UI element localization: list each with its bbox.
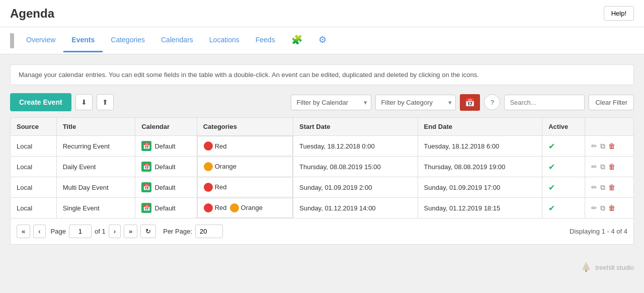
category-badge: Red [204,141,227,151]
create-event-button[interactable]: Create Event [10,93,71,111]
cell-calendar: 📅Default [135,136,197,157]
tab-settings[interactable]: ⚙ [310,27,335,54]
per-page-label: Per Page: [163,228,192,235]
upload-button[interactable]: ⬆ [97,94,114,110]
refresh-button[interactable]: ↻ [140,225,156,238]
clear-filter-button[interactable]: Clear Filter [589,95,634,110]
cell-title: Multi Day Event [56,177,135,198]
col-source: Source [11,118,57,136]
cell-categories: Orange [197,157,293,177]
footer-brand-text: treehill studio [595,264,634,271]
tab-categories[interactable]: Categories [103,29,153,52]
active-checkmark: ✔ [548,183,555,192]
first-page-button[interactable]: « [17,225,30,238]
filter-category-wrap: Filter by Category [375,95,456,110]
footer-brand [580,261,592,274]
cell-actions: ✏ ⧉ 🗑 [585,157,634,177]
edit-icon[interactable]: ✏ [591,183,597,191]
cell-categories: Red [197,136,293,156]
per-page-input[interactable] [195,225,223,238]
svg-rect-1 [585,270,587,272]
duplicate-icon[interactable]: ⧉ [600,204,605,212]
category-color-dot [230,203,239,212]
cell-actions: ✏ ⧉ 🗑 [585,198,634,218]
filter-calendar-select[interactable]: Filter by Calendar [291,95,371,110]
cell-start-date: Thursday, 08.08.2019 15:00 [293,157,418,177]
cell-categories: Red [197,177,293,197]
category-badge: Orange [230,203,263,212]
calendar-icon: 📅 [141,141,151,151]
filter-calendar-wrap: Filter by Calendar [291,95,371,110]
col-calendar: Calendar [135,118,197,136]
cell-end-date: Sunday, 01.09.2019 17:00 [418,177,542,198]
cell-active: ✔ [542,198,585,218]
cell-source: Local [11,136,57,157]
category-badge: Red [204,183,227,192]
category-color-dot [204,141,213,151]
edit-icon[interactable]: ✏ [591,163,597,171]
cell-source: Local [11,177,57,198]
sidebar-toggle[interactable] [10,33,14,48]
col-actions [585,118,634,136]
help-button[interactable]: Help! [604,6,634,21]
cell-calendar: 📅Default [135,157,197,177]
delete-icon[interactable]: 🗑 [608,183,615,191]
cell-end-date: Tuesday, 18.12.2018 6:00 [418,136,542,157]
table-row: LocalSingle Event📅DefaultRedOrangeSunday… [11,198,634,218]
tab-plugin[interactable]: 🧩 [283,27,310,54]
prev-page-button[interactable]: ‹ [33,225,45,238]
events-table: Source Title Calendar Categories Start D… [10,117,634,218]
active-checkmark: ✔ [548,163,555,171]
cell-start-date: Sunday, 01.12.2019 14:00 [293,198,418,218]
info-button[interactable]: ? [484,94,500,110]
cell-categories: RedOrange [197,198,293,218]
cell-title: Recurring Event [56,136,135,157]
last-page-button[interactable]: » [124,225,137,238]
calendar-filter-button[interactable]: 📅 [460,94,480,111]
cell-end-date: Thursday, 08.08.2019 19:00 [418,157,542,177]
col-active: Active [542,118,585,136]
tab-locations[interactable]: Locations [201,29,248,52]
delete-icon[interactable]: 🗑 [608,142,615,150]
cell-calendar: 📅Default [135,177,197,198]
edit-icon[interactable]: ✏ [591,204,597,212]
col-categories: Categories [197,118,293,136]
cell-actions: ✏ ⧉ 🗑 [585,136,634,157]
calendar-icon: 📅 [141,162,151,172]
table-row: LocalDaily Event📅DefaultOrangeThursday, … [11,157,634,177]
duplicate-icon[interactable]: ⧉ [600,142,605,151]
cell-actions: ✏ ⧉ 🗑 [585,177,634,198]
pagination-bar: « ‹ Page of 1 › » ↻ Per Page: Displaying… [10,218,634,245]
table-row: LocalRecurring Event📅DefaultRedTuesday, … [11,136,634,157]
search-input[interactable] [504,95,585,110]
app-title: Agenda [10,7,54,21]
calendar-icon: 📅 [141,182,151,192]
next-page-button[interactable]: › [109,225,121,238]
duplicate-icon[interactable]: ⧉ [600,183,605,192]
cell-active: ✔ [542,136,585,157]
duplicate-icon[interactable]: ⧉ [600,163,605,171]
filter-category-select[interactable]: Filter by Category [375,95,456,110]
calendar-icon: 📅 [141,203,151,213]
cell-calendar: 📅Default [135,198,197,218]
tab-overview[interactable]: Overview [18,29,63,52]
download-button[interactable]: ⬇ [75,94,93,110]
delete-icon[interactable]: 🗑 [608,163,615,171]
cell-title: Single Event [56,198,135,218]
cell-active: ✔ [542,157,585,177]
category-color-dot [204,203,213,212]
delete-icon[interactable]: 🗑 [608,204,615,212]
cell-end-date: Sunday, 01.12.2019 18:15 [418,198,542,218]
category-color-dot [204,183,213,192]
cell-start-date: Sunday, 01.09.2019 2:00 [293,177,418,198]
tab-feeds[interactable]: Feeds [248,29,283,52]
page-input[interactable] [69,225,92,238]
cell-start-date: Tuesday, 18.12.2018 0:00 [293,136,418,157]
category-color-dot [204,162,213,171]
tab-calendars[interactable]: Calendars [153,29,201,52]
info-message: Manage your calendar entries. You can ed… [10,64,634,85]
page-label: Page [51,228,66,235]
edit-icon[interactable]: ✏ [591,142,597,150]
of-label: of 1 [95,228,106,235]
tab-events[interactable]: Events [63,29,103,52]
